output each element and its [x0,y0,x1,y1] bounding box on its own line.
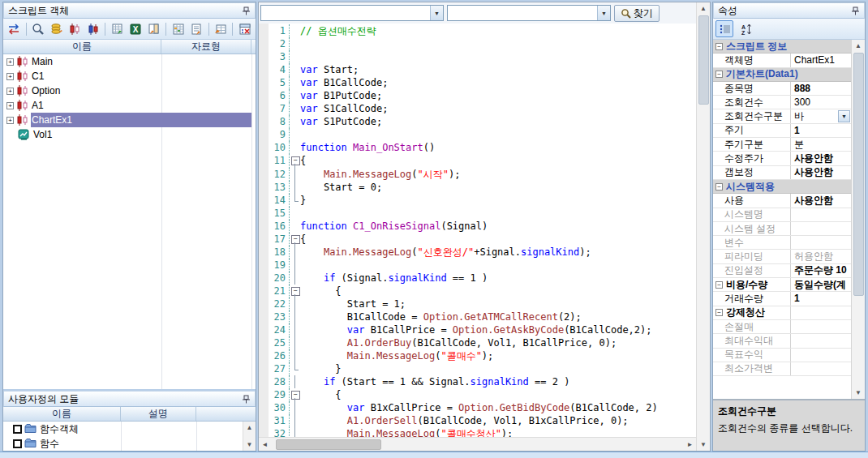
expand-icon[interactable]: + [6,58,14,66]
tree-item-a1[interactable]: +A1 [3,98,256,113]
scroll-up-icon[interactable]: ▲ [853,40,865,52]
property-value[interactable]: 사용안함 [794,166,833,179]
vscroll-thumb[interactable] [853,53,864,296]
properties-scrollbar[interactable]: ▲ ▼ [851,40,865,399]
object-selector-combo[interactable]: ▼ [260,5,444,21]
chevron-down-icon[interactable]: ▼ [430,6,443,20]
property-row[interactable]: 사용사용안함 [713,194,851,208]
property-section[interactable]: −기본차트(Data1) [713,68,851,82]
scroll-up-icon[interactable]: ▲ [698,2,710,15]
candlestick-blue-icon[interactable] [85,21,102,37]
column-header-datatype[interactable]: 자료형 [161,40,251,54]
scroll-down-icon[interactable]: ▼ [698,439,710,451]
column-header-name[interactable]: 이름 [3,407,121,421]
categorized-view-icon[interactable] [715,20,733,37]
fold-marker[interactable] [290,154,300,167]
table-add-green-icon[interactable] [109,21,126,37]
scroll-left-icon[interactable]: ◄ [259,439,271,451]
column-header-name[interactable]: 이름 [3,40,161,54]
formula-clear-icon[interactable] [236,21,253,37]
editor-hscrollbar[interactable]: ◄ ► [259,437,696,451]
property-row[interactable]: 피라미딩허용안함 [713,250,851,263]
property-value[interactable]: 분 [794,138,804,151]
property-row[interactable]: 갭보정사용안함 [713,166,851,180]
report-list-icon[interactable] [188,21,205,37]
property-value[interactable]: 동일수량(계 [794,278,846,291]
property-row[interactable]: 최소가격변 [713,362,851,376]
property-row[interactable]: 목표수익 [713,349,851,362]
module-item-함수[interactable]: 함수 [3,436,256,451]
collapse-icon[interactable]: − [715,43,723,50]
excel-export-icon[interactable]: X [127,21,144,37]
pin-icon[interactable] [242,395,251,404]
event-selector-combo[interactable]: ▼ [447,5,611,21]
collapse-icon[interactable]: − [715,71,723,78]
table-column-icon[interactable] [146,21,163,37]
expand-icon[interactable]: + [6,117,14,124]
property-row[interactable]: 종목명888 [713,82,851,96]
hscroll-thumb[interactable] [276,439,381,450]
tree-item-vol1[interactable]: Vol1 [3,127,256,142]
collapse-icon[interactable]: − [715,183,723,190]
property-row[interactable]: 수정주가사용안함 [713,152,851,165]
expand-icon[interactable]: + [6,73,14,80]
expand-icon[interactable]: + [6,102,14,109]
property-row[interactable]: 주기구분분 [713,138,851,152]
editor-vscrollbar[interactable]: ▲ ▼ [696,2,710,451]
property-section[interactable]: −스크립트 정보 [713,40,851,54]
tree-item-c1[interactable]: +C1 [3,69,256,83]
property-row[interactable]: −강제청산 [713,306,851,320]
property-value[interactable]: 1 [794,125,800,136]
property-value[interactable]: ChartEx1 [794,54,835,66]
pin-icon[interactable] [242,6,251,15]
module-item-함수객체[interactable]: 함수객체 [3,422,256,436]
property-value[interactable]: 허용안함 [794,250,833,263]
property-row[interactable]: 변수 [713,236,851,250]
tree-item-chartex1[interactable]: +ChartEx1 [3,113,256,127]
scroll-down-icon[interactable]: ▼ [853,387,865,399]
property-row[interactable]: 거래수량1 [713,292,851,306]
property-row[interactable]: 조회건수300 [713,96,851,109]
property-row[interactable]: −비용/수량동일수량(계 [713,278,851,292]
scroll-down-icon[interactable]: ▼ [243,439,256,451]
property-row[interactable]: 손절매 [713,320,851,334]
table-import-icon[interactable] [213,21,230,37]
candlestick-red-icon[interactable] [67,21,84,37]
fold-marker[interactable] [290,285,300,297]
collapse-icon[interactable]: − [715,281,723,289]
tree-item-option[interactable]: +Option [3,83,256,98]
swap-columns-icon[interactable] [6,21,23,37]
property-value[interactable]: 바 [794,109,804,122]
schedule-table-icon[interactable] [170,21,187,37]
alphabetic-sort-icon[interactable]: AZ [737,20,754,37]
property-row[interactable]: 최대수익대 [713,334,851,348]
property-row[interactable]: 진입설정주문수량 10 [713,264,851,278]
property-section[interactable]: −시스템적용 [713,180,851,194]
property-row[interactable]: 시스템명 [713,208,851,222]
chevron-down-icon[interactable]: ▼ [838,110,850,122]
module-checkbox[interactable] [13,439,22,448]
expand-icon[interactable]: + [6,88,14,95]
fold-marker[interactable] [290,388,300,401]
property-row[interactable]: 시스템 설정 [713,222,851,236]
pin-icon[interactable] [851,6,860,15]
chevron-down-icon[interactable]: ▼ [597,6,610,20]
property-row[interactable]: 주기1 [713,124,851,138]
find-button[interactable]: 찾기 [614,5,660,22]
tree-item-main[interactable]: +Main [3,54,256,69]
column-header-desc[interactable]: 설명 [121,407,196,421]
scroll-up-icon[interactable]: ▲ [243,422,256,434]
code-editing-area[interactable]: 1// 옵션매수전략234var Start;5var B1CallCode;6… [259,24,696,437]
property-value[interactable]: 888 [794,83,810,94]
collapse-icon[interactable]: − [715,309,723,316]
property-row[interactable]: 객체명ChartEx1 [713,54,851,67]
vscroll-thumb[interactable] [698,15,709,105]
property-value[interactable]: 300 [794,96,810,108]
fold-marker[interactable] [290,233,300,246]
module-checkbox[interactable] [13,425,22,434]
property-value[interactable]: 사용안함 [794,194,833,207]
search-icon[interactable] [30,21,47,37]
data-coins-icon[interactable] [48,21,65,37]
property-value[interactable]: 1 [794,293,800,304]
modules-scrollbar[interactable]: ▲ ▼ [243,422,256,451]
